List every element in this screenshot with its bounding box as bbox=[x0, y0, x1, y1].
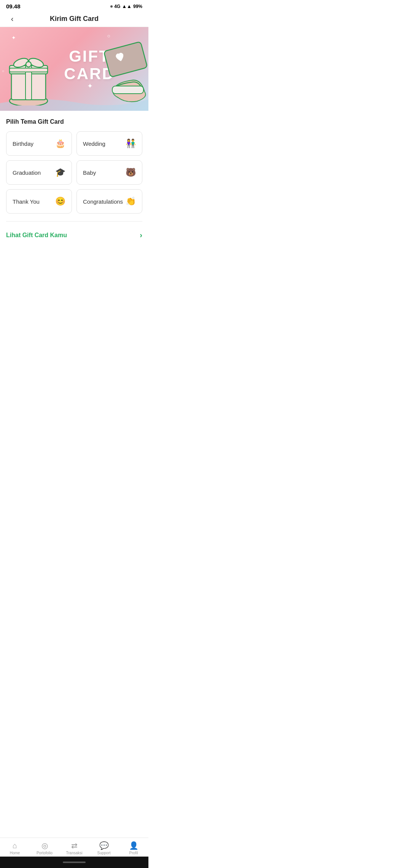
theme-card-congratulations[interactable]: Congratulations 👏 bbox=[76, 189, 142, 214]
theme-grid: Birthday 🎂 Wedding 👫 Graduation 🎓 Baby 🐻… bbox=[6, 131, 142, 214]
chevron-right-icon: › bbox=[140, 231, 142, 239]
theme-card-baby[interactable]: Baby 🐻 bbox=[76, 160, 142, 185]
theme-label-birthday: Birthday bbox=[13, 140, 33, 147]
view-link-text: Lihat Gift Card Kamu bbox=[6, 232, 67, 239]
theme-label-congratulations: Congratulations bbox=[83, 198, 123, 205]
theme-card-birthday[interactable]: Birthday 🎂 bbox=[6, 131, 72, 156]
back-button[interactable]: ‹ bbox=[6, 13, 18, 25]
wedding-icon: 👫 bbox=[126, 139, 136, 148]
status-icons: 4G ▲▲ 99% bbox=[110, 3, 142, 9]
header: ‹ Kirim Gift Card bbox=[0, 11, 148, 27]
section-title: Pilih Tema Gift Card bbox=[6, 118, 142, 125]
deco-star-1: ✦ bbox=[11, 35, 16, 41]
svg-point-7 bbox=[26, 62, 31, 67]
graduation-icon: 🎓 bbox=[55, 168, 65, 177]
theme-label-graduation: Graduation bbox=[13, 169, 41, 176]
divider bbox=[6, 221, 142, 222]
theme-label-wedding: Wedding bbox=[83, 140, 105, 147]
banner-sparkle: ✦ bbox=[87, 82, 93, 90]
status-bar: 09.48 4G ▲▲ 99% bbox=[0, 0, 148, 11]
thank-you-icon: 😊 bbox=[55, 196, 65, 206]
battery-level: 99% bbox=[133, 4, 142, 9]
birthday-icon: 🎂 bbox=[55, 139, 65, 148]
card-hand-illustration bbox=[95, 35, 148, 105]
main-content: Pilih Tema Gift Card Birthday 🎂 Wedding … bbox=[0, 111, 148, 253]
svg-rect-8 bbox=[112, 86, 143, 94]
back-arrow-icon: ‹ bbox=[11, 14, 14, 23]
gift-card-banner: ✦ ○ • ○ GIFT CARD ✦ bbox=[0, 27, 148, 111]
signal-dot bbox=[110, 5, 113, 8]
svg-rect-4 bbox=[10, 68, 48, 72]
congratulations-icon: 👏 bbox=[126, 196, 136, 206]
theme-card-thank-you[interactable]: Thank You 😊 bbox=[6, 189, 72, 214]
page-title: Kirim Gift Card bbox=[50, 15, 99, 23]
svg-rect-9 bbox=[104, 41, 148, 77]
signal-strength: 4G bbox=[114, 4, 120, 9]
gift-box-illustration bbox=[4, 41, 53, 107]
signal-bars: ▲▲ bbox=[122, 3, 132, 9]
baby-icon: 🐻 bbox=[126, 168, 136, 177]
theme-label-thank-you: Thank You bbox=[13, 198, 40, 205]
theme-label-baby: Baby bbox=[83, 169, 96, 176]
view-gift-card-link[interactable]: Lihat Gift Card Kamu › bbox=[6, 225, 142, 246]
theme-card-graduation[interactable]: Graduation 🎓 bbox=[6, 160, 72, 185]
time: 09.48 bbox=[6, 3, 21, 10]
theme-card-wedding[interactable]: Wedding 👫 bbox=[76, 131, 142, 156]
